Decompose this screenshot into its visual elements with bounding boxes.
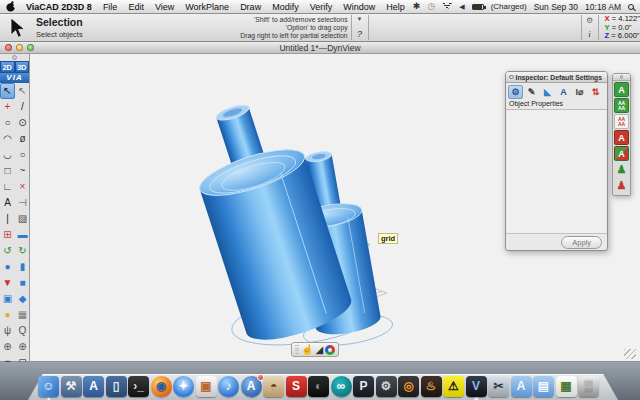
pan-tool[interactable]: ☝ <box>301 343 313 356</box>
apply-button[interactable]: Apply <box>561 236 602 249</box>
circle-tool[interactable]: ○ <box>0 115 15 131</box>
push-tool[interactable]: ▼ <box>0 275 15 291</box>
dock-app-store[interactable]: A <box>241 376 262 397</box>
wifi-icon[interactable] <box>442 3 452 11</box>
tab-pen-style[interactable]: ✎ <box>524 85 539 99</box>
tab-dimension-style[interactable]: I⌀ <box>572 85 587 99</box>
dock-carton-app[interactable]: ▦ <box>556 376 577 397</box>
orbit-view-tool-2[interactable]: ⊕ <box>15 339 30 355</box>
rotate-left-tool[interactable]: ↺ <box>0 243 15 259</box>
dock-gear-utility[interactable]: ⚙ <box>376 376 397 397</box>
hide-all-button[interactable]: A <box>614 130 629 145</box>
menu-item-view[interactable]: View <box>155 2 174 12</box>
point-tool[interactable]: + <box>0 99 15 115</box>
window-resize-grip[interactable] <box>624 349 636 359</box>
menu-item-modify[interactable]: Modify <box>272 2 299 12</box>
arc-tool[interactable]: ◠ <box>0 131 15 147</box>
wedge-tool[interactable]: ◆ <box>15 291 30 307</box>
dock-itunes[interactable]: ♪ <box>218 376 239 397</box>
spotlight-icon[interactable] <box>628 4 634 10</box>
window-titlebar[interactable]: Untitled 1*—DynView <box>0 42 640 54</box>
line-tool[interactable]: / <box>15 99 30 115</box>
tab-fill-style[interactable]: ◣ <box>540 85 555 99</box>
cube-tool[interactable]: ■ <box>15 275 30 291</box>
fan-icon[interactable]: ✱ <box>413 2 421 11</box>
zoom-tool[interactable]: Q <box>15 323 30 339</box>
select-open-arrow-tool[interactable]: ↖ <box>15 83 30 99</box>
orbit-view-tool[interactable]: ⊕ <box>0 339 15 355</box>
menu-item-file[interactable]: File <box>103 2 118 12</box>
dock-viacad[interactable]: V <box>466 376 487 397</box>
tab-text-style[interactable]: A <box>556 85 571 99</box>
dropdown-arrow-icon[interactable]: ▼ <box>357 16 363 22</box>
menu-item-workplane[interactable]: WorkPlane <box>185 2 229 12</box>
dock-applications-folder[interactable]: A <box>511 376 532 397</box>
dyn-orbit-tool[interactable] <box>325 345 335 355</box>
hide-selected-button[interactable]: AA AA <box>614 114 629 129</box>
transform-tool[interactable]: ⊞ <box>0 227 15 243</box>
show-all-button[interactable]: A <box>614 82 629 97</box>
hide-figure-button[interactable]: ♟ <box>614 178 629 193</box>
tab-render-style[interactable]: ⇅ <box>588 85 603 99</box>
oval-tool[interactable]: ○ <box>15 147 30 163</box>
menu-item-verify[interactable]: Verify <box>310 2 333 12</box>
menubar-date[interactable]: Sun Sep 30 <box>534 2 578 12</box>
volume-icon[interactable]: ◀ <box>459 2 464 11</box>
menu-item-viacad-2d3d-8[interactable]: ViaCAD 2D3D 8 <box>26 2 92 12</box>
help-button[interactable]: ? <box>357 29 362 39</box>
select-arrow-tool[interactable]: ↖ <box>0 83 15 99</box>
apple-menu[interactable] <box>6 1 16 12</box>
toggle-visibility-button[interactable]: A <box>614 146 629 161</box>
sphere-tool[interactable]: ● <box>0 259 15 275</box>
toolbar-grip[interactable] <box>295 345 299 354</box>
boolean-tool[interactable]: ▣ <box>0 291 15 307</box>
rectangle-tool[interactable]: □ <box>0 163 15 179</box>
dock-firefox[interactable]: ◉ <box>151 376 172 397</box>
layer-strip-close-button[interactable] <box>620 75 624 79</box>
rotate-right-tool[interactable]: ↻ <box>15 243 30 259</box>
dimension-tool[interactable]: ⊣ <box>15 195 30 211</box>
dock-sketchup[interactable]: S <box>286 376 307 397</box>
dock-iphoto[interactable]: ▣ <box>196 376 217 397</box>
dock-safari[interactable]: ✦ <box>173 376 194 397</box>
dock-acorn[interactable]: ◓ <box>263 376 284 397</box>
hatch-tool[interactable]: ▨ <box>15 211 30 227</box>
polyline-tool[interactable]: ∟ <box>0 179 15 195</box>
menu-item-window[interactable]: Window <box>343 2 375 12</box>
layer-strip-titlebar[interactable] <box>613 74 630 81</box>
dock-processing[interactable]: P <box>353 376 374 397</box>
extrude-tool[interactable]: ▬ <box>15 227 30 243</box>
tab-object-properties[interactable]: ⚙ <box>508 85 523 99</box>
dock-trash[interactable]: ▒ <box>578 376 599 397</box>
battery-icon[interactable] <box>472 4 484 10</box>
dock-app-blue-a[interactable]: A <box>83 376 104 397</box>
dock-cup-app[interactable]: ♨ <box>421 376 442 397</box>
dock-iphone-app[interactable]: ▯ <box>106 376 127 397</box>
sheet-tool[interactable]: ▦ <box>15 307 30 323</box>
palette-close-button[interactable] <box>12 55 17 60</box>
pan-hand-tool[interactable]: ψ <box>0 323 15 339</box>
blob-tool[interactable]: ● <box>0 307 15 323</box>
show-selected-button[interactable]: AA AA <box>614 98 629 113</box>
dock-laser-warning[interactable]: ⚠ <box>443 376 464 397</box>
info-icon[interactable]: i <box>588 29 591 39</box>
inspector-titlebar[interactable]: Inspector: Default Settings <box>506 72 607 83</box>
dock-utilities[interactable]: ✂ <box>488 376 509 397</box>
text-tool[interactable]: A <box>0 195 15 211</box>
curve-tool[interactable]: ◡ <box>0 147 15 163</box>
menubar-time[interactable]: 10:18 AM <box>585 2 621 12</box>
zoom-window-tool[interactable]: ◢ <box>315 343 323 356</box>
menu-item-draw[interactable]: Draw <box>240 2 261 12</box>
dock-arduino[interactable]: ∞ <box>331 376 352 397</box>
dock-documents-folder[interactable]: ▤ <box>533 376 554 397</box>
palette-tab-2d[interactable]: 2D <box>0 61 15 73</box>
cylinder-tool[interactable]: ▮ <box>15 259 30 275</box>
gear-icon[interactable]: ⚙ <box>586 16 593 25</box>
spline-tool[interactable]: ~ <box>15 163 30 179</box>
dock-blender[interactable]: ◎ <box>398 376 419 397</box>
trim-tool[interactable]: × <box>15 179 30 195</box>
time-machine-icon[interactable]: ◷ <box>427 2 435 11</box>
show-figure-button[interactable]: ♟ <box>614 162 629 177</box>
ellipse-tool[interactable]: ø <box>15 131 30 147</box>
vertical-line-tool[interactable]: | <box>0 211 15 227</box>
